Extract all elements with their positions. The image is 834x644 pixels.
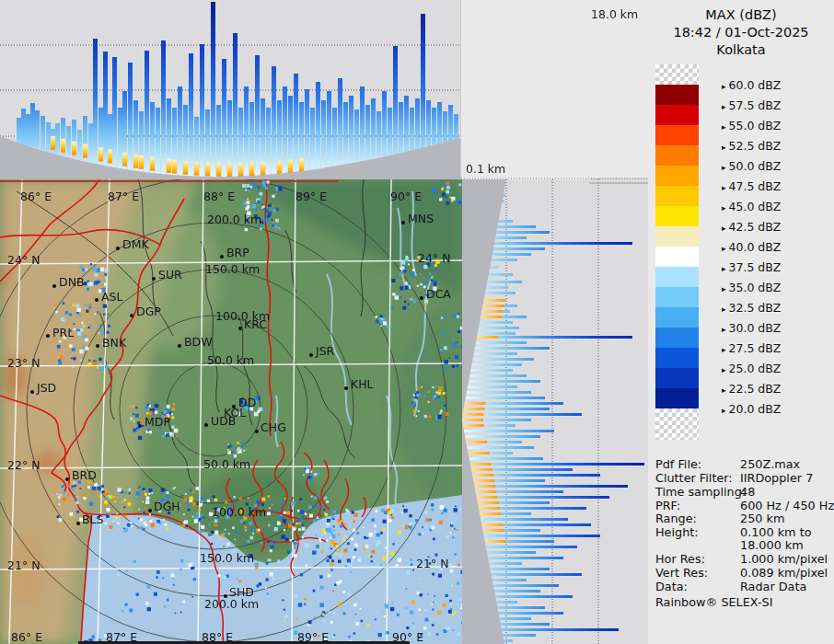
scale-tick-label: ▸47.5 dBZ	[722, 179, 781, 193]
radar-product-window: MAX (dBZ) 18:42 / 01-Oct-2025 Kolkata ▸6…	[0, 0, 834, 644]
right-height-cross-section	[462, 179, 648, 644]
scale-block	[655, 388, 699, 408]
tick-arrow-icon: ▸	[722, 406, 726, 415]
station-name: Kolkata	[648, 42, 834, 57]
scale-block	[655, 368, 699, 388]
scale-block	[655, 247, 699, 267]
color-scale	[655, 64, 699, 440]
axis-corner	[460, 0, 649, 179]
tick-arrow-icon: ▸	[722, 365, 726, 374]
tick-arrow-icon: ▸	[722, 82, 726, 91]
scale-tick-label: ▸50.0 dBZ	[722, 159, 781, 173]
right-blind-zone-bottom	[462, 421, 504, 644]
map-canvas	[0, 179, 462, 644]
software-brand: Rainbow® SELEX-SI	[655, 595, 772, 609]
scale-block	[655, 287, 699, 307]
tick-arrow-icon: ▸	[722, 325, 726, 334]
top-profile-chart	[0, 0, 460, 179]
scale-block	[655, 267, 699, 287]
scale-tick-label: ▸30.0 dBZ	[722, 321, 781, 335]
radar-map	[0, 179, 462, 644]
scale-block	[655, 186, 699, 206]
scale-block	[655, 125, 699, 145]
scale-tick-label: ▸35.0 dBZ	[722, 281, 781, 294]
tick-arrow-icon: ▸	[722, 305, 726, 314]
scale-tick-label: ▸57.5 dBZ	[722, 98, 781, 112]
top-height-cross-section	[0, 0, 460, 179]
scale-block	[655, 307, 699, 328]
scale-block	[655, 64, 699, 85]
scale-block	[655, 145, 699, 166]
tick-arrow-icon: ▸	[722, 163, 726, 172]
scale-tick-label: ▸22.5 dBZ	[722, 382, 781, 396]
scale-block	[655, 348, 699, 368]
scale-tick-label: ▸42.5 dBZ	[722, 220, 781, 234]
scale-tick-label: ▸40.0 dBZ	[722, 240, 781, 254]
tick-arrow-icon: ▸	[722, 203, 726, 213]
scale-block	[655, 85, 699, 105]
scale-tick-label: ▸55.0 dBZ	[722, 119, 781, 132]
tick-arrow-icon: ▸	[722, 122, 726, 132]
scale-tick-label: ▸45.0 dBZ	[722, 200, 781, 213]
scale-tick-label: ▸27.5 dBZ	[722, 341, 781, 355]
corner-lines	[461, 0, 649, 179]
scale-block	[655, 206, 699, 226]
scale-block	[655, 328, 699, 348]
scale-tick-label: ▸37.5 dBZ	[722, 260, 781, 274]
scale-block	[655, 166, 699, 186]
scale-tick-label: ▸32.5 dBZ	[722, 301, 781, 315]
scale-tick-label: ▸52.5 dBZ	[722, 139, 781, 153]
product-title: MAX (dBZ)	[648, 7, 834, 22]
tick-arrow-icon: ▸	[722, 385, 726, 395]
tick-arrow-icon: ▸	[722, 143, 726, 152]
tick-arrow-icon: ▸	[722, 264, 726, 273]
tick-arrow-icon: ▸	[722, 244, 726, 253]
scale-tick-label: ▸20.0 dBZ	[722, 402, 781, 416]
legend-panel: MAX (dBZ) 18:42 / 01-Oct-2025 Kolkata ▸6…	[648, 0, 834, 644]
right-profile-chart	[462, 179, 648, 644]
tick-arrow-icon: ▸	[722, 102, 726, 111]
scale-block	[655, 226, 699, 247]
tick-arrow-icon: ▸	[722, 284, 726, 293]
product-datetime: 18:42 / 01-Oct-2025	[648, 25, 834, 40]
scale-block	[655, 105, 699, 125]
tick-arrow-icon: ▸	[722, 345, 726, 354]
scale-tick-label: ▸25.0 dBZ	[722, 362, 781, 375]
scale-tick-label: ▸60.0 dBZ	[722, 78, 781, 92]
tick-arrow-icon: ▸	[722, 224, 726, 233]
scale-block	[655, 408, 699, 440]
tick-arrow-icon: ▸	[722, 183, 726, 192]
